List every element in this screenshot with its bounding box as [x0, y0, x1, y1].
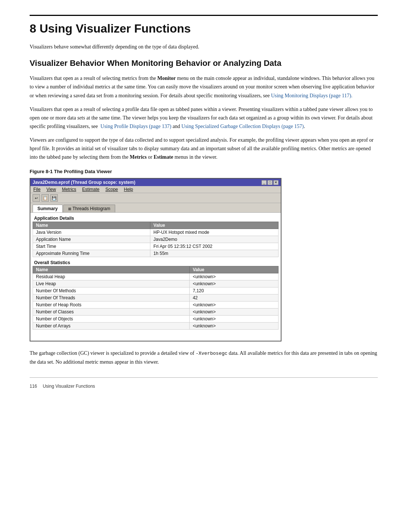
cell-name: Number of Objects	[33, 316, 190, 323]
cell-value: <unknown>	[190, 309, 279, 316]
closing-paragraph: The garbage collection (GC) viewer is sp…	[30, 349, 378, 366]
viewer-menubar: File View Metrics Estimate Scope Help	[30, 186, 281, 193]
cell-value: HP-UX Hotspot mixed mode	[150, 229, 279, 236]
menu-help[interactable]: Help	[124, 187, 133, 192]
cell-value: 42	[190, 294, 279, 302]
cell-value: <unknown>	[190, 280, 279, 287]
menu-metrics[interactable]: Metrics	[62, 187, 76, 192]
tab-close-icon: ⊠	[68, 207, 71, 211]
undo-icon[interactable]: ↩	[33, 194, 40, 202]
tab-summary[interactable]: Summary	[33, 205, 63, 212]
viewer-titlebar: Java2Demo.eprof (Thread Group scope: sys…	[30, 179, 281, 186]
stats-table-col-value: Value	[190, 266, 279, 273]
cell-name: Application Name	[33, 236, 150, 243]
stats-table-col-name: Name	[33, 266, 190, 273]
page-number: 116	[30, 384, 37, 389]
menu-scope[interactable]: Scope	[106, 187, 118, 192]
menu-estimate[interactable]: Estimate	[82, 187, 100, 192]
link-monitoring-displays[interactable]: Using Monitoring Displays (page 117).	[271, 93, 353, 98]
cell-value: <unknown>	[190, 323, 279, 330]
body-paragraph-2: Visualizers that open as a result of sel…	[30, 105, 378, 131]
cell-name: Approximate Running Time	[33, 250, 150, 257]
restore-button[interactable]: □	[267, 180, 273, 185]
copy-icon[interactable]: 📋	[41, 194, 49, 202]
cell-value: Java2Demo	[150, 236, 279, 243]
table-row: Java VersionHP-UX Hotspot mixed mode	[33, 229, 279, 236]
link-gc-displays[interactable]: Using Specialized Garbage Collection Dis…	[181, 124, 304, 129]
cell-name: Number of Heap Roots	[33, 302, 190, 309]
overall-stats-rows: Residual Heap<unknown> Live Heap<unknown…	[33, 273, 279, 330]
viewer-tabs: Summary ⊠ Threads Histogram	[30, 203, 281, 213]
cell-value: <unknown>	[190, 302, 279, 309]
cell-name: Number Of Methods	[33, 287, 190, 294]
menu-view[interactable]: View	[46, 187, 56, 192]
app-table-col-value: Value	[150, 222, 279, 229]
chapter-title: 8 Using Visualizer Functions	[30, 15, 378, 36]
link-profile-displays[interactable]: Using Profile Displays (page 137)	[100, 124, 171, 129]
app-details-rows: Java VersionHP-UX Hotspot mixed mode App…	[33, 229, 279, 257]
profiling-data-viewer-window: Java2Demo.eprof (Thread Group scope: sys…	[30, 178, 281, 341]
page-footer: 116 Using Visualizer Functions	[30, 377, 378, 389]
tab-threads-histogram[interactable]: ⊠ Threads Histogram	[63, 205, 115, 212]
table-row: Number Of Methods7,120	[33, 287, 279, 294]
app-details-header: Application Details	[33, 215, 279, 222]
body-paragraph-1: Visualizers that open as a result of sel…	[30, 74, 378, 100]
table-row: Number of Arrays<unknown>	[33, 323, 279, 330]
save-icon[interactable]: 💾	[50, 194, 58, 202]
viewer-title-text: Java2Demo.eprof (Thread Group scope: sys…	[33, 180, 135, 185]
table-row: Number Of Threads42	[33, 294, 279, 302]
overall-stats-header: Overall Statistics	[33, 259, 279, 266]
body-paragraph-3: Viewers are configured to support the ty…	[30, 136, 378, 161]
overall-stats-table: Name Value Residual Heap<unknown> Live H…	[33, 266, 279, 330]
table-row: Number of Heap Roots<unknown>	[33, 302, 279, 309]
cell-value: 7,120	[190, 287, 279, 294]
table-row: Number of Objects<unknown>	[33, 316, 279, 323]
app-table-col-name: Name	[33, 222, 150, 229]
app-details-table: Name Value Java VersionHP-UX Hotspot mix…	[33, 222, 279, 257]
cell-value: Fri Apr 05 12:35:12 CST 2002	[150, 243, 279, 250]
table-row: Application NameJava2Demo	[33, 236, 279, 243]
intro-paragraph: Visualizers behave somewhat differently …	[30, 43, 378, 51]
figure-label: Figure 8-1 The Profiling Data Viewer	[30, 169, 378, 174]
table-row: Number of Classes<unknown>	[33, 309, 279, 316]
table-row: Start TimeFri Apr 05 12:35:12 CST 2002	[33, 243, 279, 250]
cell-value: <unknown>	[190, 316, 279, 323]
close-button[interactable]: ✕	[273, 180, 279, 185]
table-row: Residual Heap<unknown>	[33, 273, 279, 280]
cell-name: Start Time	[33, 243, 150, 250]
cell-name: Number Of Threads	[33, 294, 190, 302]
cell-name: Number of Classes	[33, 309, 190, 316]
table-row: Approximate Running Time1h 55m	[33, 250, 279, 257]
table-row: Live Heap<unknown>	[33, 280, 279, 287]
cell-name: Number of Arrays	[33, 323, 190, 330]
section-title: Visualizer Behavior When Monitoring Beha…	[30, 58, 378, 68]
cell-value: 1h 55m	[150, 250, 279, 257]
cell-name: Live Heap	[33, 280, 190, 287]
minimize-button[interactable]: _	[261, 180, 267, 185]
footer-chapter: Using Visualizer Functions	[43, 384, 95, 389]
window-controls: _ □ ✕	[261, 180, 279, 185]
menu-file[interactable]: File	[33, 187, 40, 192]
code-xverbosegc: -Xverbosegc	[196, 351, 227, 356]
cell-name: Java Version	[33, 229, 150, 236]
cell-name: Residual Heap	[33, 273, 190, 280]
cell-value: <unknown>	[190, 273, 279, 280]
viewer-content: Application Details Name Value Java Vers…	[30, 213, 281, 341]
viewer-toolbar: ↩ 📋 💾	[30, 193, 281, 203]
